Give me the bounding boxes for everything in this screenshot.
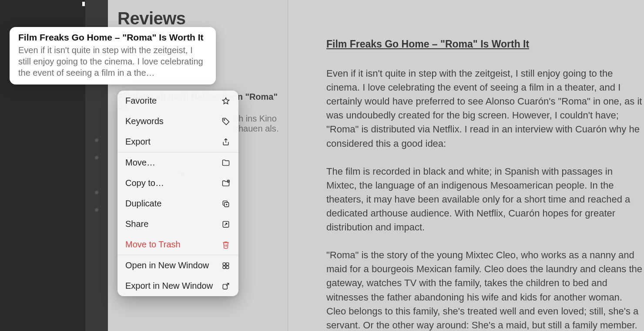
svg-point-0 [224,119,225,120]
svg-rect-6 [226,263,229,265]
menu-label: Share [125,219,148,229]
sidebar-dot [95,156,98,159]
menu-share[interactable]: Share [117,214,238,234]
sidebar-dot [95,191,98,194]
article-title[interactable]: Film Freaks Go Home – "Roma" Is Worth It [326,38,644,50]
star-icon [221,96,231,106]
menu-copy-to[interactable]: Copy to… [117,173,238,193]
svg-rect-7 [223,266,225,268]
menu-label: Export [125,137,151,147]
article-paragraph: The film is recorded in black and white;… [326,165,644,235]
document-content: Film Freaks Go Home – "Roma" Is Worth It… [288,0,644,331]
share-up-icon [221,137,231,147]
tag-icon [221,117,231,126]
menu-label: Open in New Window [125,260,209,270]
article-body[interactable]: Even if it isn't quite in step with the … [326,67,644,331]
menu-move[interactable]: Move… [117,152,238,173]
svg-rect-5 [223,263,225,265]
cursor-artifact [82,2,85,6]
menu-export-new-window[interactable]: Export in New Window [117,276,238,296]
svg-rect-8 [226,266,229,268]
list-item-selected-card[interactable]: Film Freaks Go Home – "Roma" Is Worth It… [10,27,216,84]
trash-icon [221,240,231,250]
menu-label: Keywords [125,116,164,126]
folder-plus-icon [221,179,231,188]
folder-icon [221,158,231,168]
menu-open-new-window[interactable]: Open in New Window [117,255,238,276]
menu-favorite[interactable]: Favorite [117,91,238,111]
menu-label: Duplicate [125,199,161,209]
sidebar-dot [95,138,98,142]
menu-export[interactable]: Export [117,132,238,152]
menu-duplicate[interactable]: Duplicate [117,193,238,214]
menu-keywords[interactable]: Keywords [117,111,238,132]
menu-label: Favorite [125,96,157,106]
article-paragraph: Even if it isn't quite in step with the … [326,67,644,151]
open-out-icon [221,220,231,229]
export-window-icon [221,281,231,291]
menu-label: Move… [125,158,155,168]
list-item-preview: Even if it isn't quite in step with the … [18,44,207,78]
context-menu: Favorite Keywords Export Move… Copy to… … [117,91,238,296]
grid-icon [221,261,231,270]
sidebar-dot [95,208,98,212]
menu-label: Copy to… [125,178,164,188]
article-paragraph: "Roma" is the story of the young Mixtec … [326,248,644,331]
menu-label: Export in New Window [125,281,213,291]
duplicate-icon [221,199,231,209]
menu-label: Move to Trash [125,240,181,250]
menu-move-to-trash[interactable]: Move to Trash [117,234,238,255]
list-item-title: Film Freaks Go Home – "Roma" Is Worth It [18,32,207,43]
